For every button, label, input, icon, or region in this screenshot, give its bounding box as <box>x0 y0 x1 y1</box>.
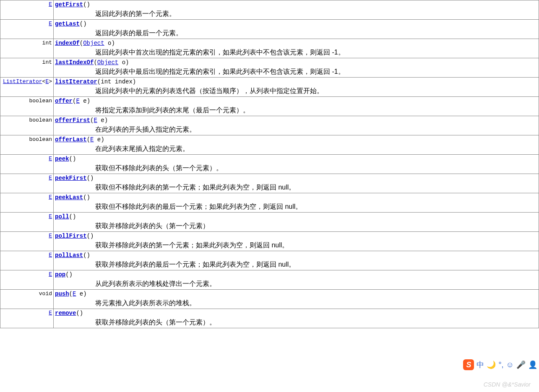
type-link[interactable]: E <box>49 271 52 278</box>
method-signature: getFirst() <box>55 1 90 8</box>
method-link-pop[interactable]: pop <box>55 271 65 278</box>
table-row: intlastIndexOf(Object o)返回此列表中最后出现的指定元素的… <box>0 58 539 78</box>
table-row: EpeekLast()获取但不移除此列表的最后一个元素；如果此列表为空，则返回 … <box>0 193 539 213</box>
method-signature: remove() <box>55 310 83 317</box>
return-type-cell: int <box>0 39 54 58</box>
method-link-pollLast[interactable]: pollLast <box>55 252 83 259</box>
table-row: EpollFirst()获取并移除此列表的第一个元素；如果此列表为空，则返回 n… <box>0 232 539 251</box>
table-row: EgetLast()返回此列表的最后一个元素。 <box>0 20 539 39</box>
param-link-E[interactable]: E <box>76 98 79 104</box>
type-link[interactable]: E <box>49 252 52 258</box>
method-signature: peekFirst() <box>55 175 94 182</box>
method-link-remove[interactable]: remove <box>55 310 76 317</box>
method-link-getFirst[interactable]: getFirst <box>55 1 83 8</box>
method-cell: lastIndexOf(Object o)返回此列表中最后出现的指定元素的索引，… <box>54 58 539 78</box>
method-cell: listIterator(int index)返回此列表中的元素的列表迭代器（按… <box>54 78 539 97</box>
table-row: booleanofferLast(E e)在此列表末尾插入指定的元素。 <box>0 135 539 155</box>
method-signature: indexOf(Object o) <box>55 40 115 47</box>
method-link-peekFirst[interactable]: peekFirst <box>55 175 87 182</box>
method-link-getLast[interactable]: getLast <box>55 21 80 27</box>
table-row: Eremove()获取并移除此列表的头（第一个元素）。 <box>0 309 539 328</box>
param-link-E[interactable]: E <box>94 117 97 124</box>
method-cell: pop()从此列表所表示的堆栈处弹出一个元素。 <box>54 270 539 290</box>
type-link[interactable]: E <box>49 175 52 181</box>
method-cell: poll()获取并移除此列表的头（第一个元素） <box>54 213 539 232</box>
method-link-offer[interactable]: offer <box>55 98 73 104</box>
type-link[interactable]: E <box>49 194 52 200</box>
table-row: intindexOf(Object o)返回此列表中首次出现的指定元素的索引，如… <box>0 39 539 58</box>
method-link-poll[interactable]: poll <box>55 213 69 220</box>
type-link[interactable]: ListIterator <box>3 78 42 85</box>
return-type-cell: E <box>0 251 54 270</box>
method-signature: lastIndexOf(Object o) <box>55 59 129 66</box>
return-type-cell: E <box>0 0 54 20</box>
method-cell: getLast()返回此列表的最后一个元素。 <box>54 20 539 39</box>
method-description: 获取并移除此列表的头（第一个元素） <box>95 222 537 231</box>
type-link[interactable]: E <box>49 233 52 239</box>
type-link[interactable]: E <box>49 310 52 316</box>
method-description: 获取但不移除此列表的头（第一个元素）。 <box>95 164 537 173</box>
return-type-cell: E <box>0 213 54 232</box>
table-row: Epoll()获取并移除此列表的头（第一个元素） <box>0 213 539 232</box>
method-link-listIterator[interactable]: listIterator <box>55 78 97 85</box>
method-description: 获取并移除此列表的第一个元素；如果此列表为空，则返回 null。 <box>95 241 537 250</box>
return-type-cell: E <box>0 232 54 251</box>
type-link[interactable]: E <box>49 21 52 27</box>
method-signature: push(E e) <box>55 291 87 297</box>
method-cell: pollFirst()获取并移除此列表的第一个元素；如果此列表为空，则返回 nu… <box>54 232 539 251</box>
method-cell: peekLast()获取但不移除此列表的最后一个元素；如果此列表为空，则返回 n… <box>54 193 539 213</box>
method-link-indexOf[interactable]: indexOf <box>55 40 80 47</box>
method-signature: peekLast() <box>55 194 90 201</box>
method-signature: getLast() <box>55 21 87 27</box>
method-cell: indexOf(Object o)返回此列表中首次出现的指定元素的索引，如果此列… <box>54 39 539 58</box>
method-signature: offer(E e) <box>55 98 90 104</box>
method-description: 返回此列表的最后一个元素。 <box>95 29 537 38</box>
method-link-pollFirst[interactable]: pollFirst <box>55 233 87 239</box>
method-cell: peekFirst()获取但不移除此列表的第一个元素；如果此列表为空，则返回 n… <box>54 174 539 193</box>
method-link-lastIndexOf[interactable]: lastIndexOf <box>55 59 94 66</box>
table-row: ListIterator<E>listIterator(int index)返回… <box>0 78 539 97</box>
type-link[interactable]: E <box>49 156 52 162</box>
method-link-peekLast[interactable]: peekLast <box>55 194 83 201</box>
return-type-cell: boolean <box>0 135 54 155</box>
method-signature: poll() <box>55 213 76 220</box>
method-cell: pollLast()获取并移除此列表的最后一个元素；如果此列表为空，则返回 nu… <box>54 251 539 270</box>
table-row: booleanoffer(E e)将指定元素添加到此列表的末尾（最后一个元素）。 <box>0 97 539 116</box>
method-description: 返回此列表的第一个元素。 <box>95 10 537 18</box>
method-cell: offer(E e)将指定元素添加到此列表的末尾（最后一个元素）。 <box>54 97 539 116</box>
method-link-peek[interactable]: peek <box>55 156 69 162</box>
method-description: 返回此列表中最后出现的指定元素的索引，如果此列表中不包含该元素，则返回 -1。 <box>95 67 537 76</box>
method-description: 获取但不移除此列表的第一个元素；如果此列表为空，则返回 null。 <box>95 183 537 192</box>
method-description: 从此列表所表示的堆栈处弹出一个元素。 <box>95 280 537 288</box>
methods-table: EgetFirst()返回此列表的第一个元素。EgetLast()返回此列表的最… <box>0 0 539 328</box>
param-link-Object[interactable]: Object <box>97 59 118 66</box>
method-signature: pop() <box>55 271 73 278</box>
method-description: 返回此列表中首次出现的指定元素的索引，如果此列表中不包含该元素，则返回 -1。 <box>95 48 537 57</box>
method-description: 在此列表的开头插入指定的元素。 <box>95 125 537 134</box>
method-signature: offerLast(E e) <box>55 136 104 143</box>
type-link[interactable]: E <box>49 213 52 220</box>
return-type-cell: E <box>0 155 54 174</box>
table-row: voidpush(E e)将元素推入此列表所表示的堆栈。 <box>0 290 539 309</box>
method-link-offerFirst[interactable]: offerFirst <box>55 117 90 124</box>
method-description: 在此列表末尾插入指定的元素。 <box>95 145 537 153</box>
method-signature: pollLast() <box>55 252 90 259</box>
method-cell: peek()获取但不移除此列表的头（第一个元素）。 <box>54 155 539 174</box>
return-type-cell: E <box>0 270 54 290</box>
method-link-push[interactable]: push <box>55 291 69 297</box>
method-cell: offerLast(E e)在此列表末尾插入指定的元素。 <box>54 135 539 155</box>
return-type-cell: boolean <box>0 97 54 116</box>
method-cell: remove()获取并移除此列表的头（第一个元素）。 <box>54 309 539 328</box>
return-type-cell: E <box>0 193 54 213</box>
return-type-cell: ListIterator<E> <box>0 78 54 97</box>
param-link-Object[interactable]: Object <box>83 40 104 47</box>
table-row: EpeekFirst()获取但不移除此列表的第一个元素；如果此列表为空，则返回 … <box>0 174 539 193</box>
method-description: 返回此列表中的元素的列表迭代器（按适当顺序），从列表中指定位置开始。 <box>95 87 537 96</box>
method-cell: push(E e)将元素推入此列表所表示的堆栈。 <box>54 290 539 309</box>
method-link-offerLast[interactable]: offerLast <box>55 136 87 143</box>
return-type-cell: boolean <box>0 116 54 135</box>
table-row: Epop()从此列表所表示的堆栈处弹出一个元素。 <box>0 270 539 290</box>
type-link[interactable]: E <box>49 1 52 8</box>
method-cell: getFirst()返回此列表的第一个元素。 <box>54 0 539 20</box>
return-type-cell: E <box>0 20 54 39</box>
